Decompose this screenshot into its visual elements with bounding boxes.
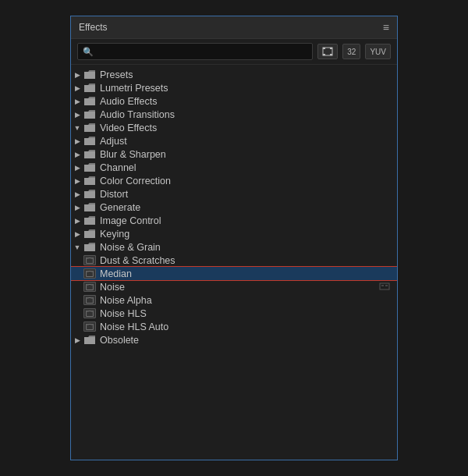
folder-icon-keying [83, 229, 96, 239]
svg-rect-7 [90, 258, 93, 258]
sidebar-item-generate[interactable]: ▶ Generate [71, 201, 397, 214]
chevron-channel: ▶ [71, 164, 83, 172]
blur-sharpen-label: Blur & Sharpen [100, 149, 166, 160]
sidebar-item-channel[interactable]: ▶ Channel [71, 161, 397, 174]
folder-icon-adjust [83, 136, 96, 146]
keying-label: Keying [100, 229, 129, 240]
search-box[interactable]: 🔍 [77, 43, 313, 60]
svg-rect-25 [90, 324, 93, 325]
median-label: Median [100, 268, 132, 279]
chevron-audio-effects: ▶ [71, 98, 83, 105]
svg-rect-3 [323, 54, 325, 55]
noise-alpha-label: Noise Alpha [100, 295, 152, 306]
audio-transitions-label: Audio Transitions [100, 109, 175, 120]
sidebar-item-color-correction[interactable]: ▶ Color Correction [71, 174, 397, 187]
obsolete-label: Obsolete [100, 335, 139, 346]
list-item-noise[interactable]: ▶ Noise [71, 280, 397, 293]
image-control-label: Image Control [100, 215, 161, 226]
distort-label: Distort [100, 189, 128, 200]
panel-title: Effects [79, 22, 107, 33]
chevron-noise-grain: ▼ [71, 243, 83, 251]
svg-rect-21 [87, 311, 89, 311]
folder-icon-generate [83, 202, 96, 212]
chevron-keying: ▶ [71, 230, 83, 238]
list-item-noise-hls[interactable]: ▶ Noise HLS [71, 307, 397, 320]
chevron-blur-sharpen: ▶ [71, 151, 83, 158]
sidebar-item-audio-effects[interactable]: ▶ Audio Effects [71, 94, 397, 108]
color-correction-label: Color Correction [100, 176, 171, 186]
svg-rect-14 [380, 283, 389, 290]
search-input[interactable] [97, 46, 307, 57]
noise-hls-label: Noise HLS [100, 308, 147, 319]
sidebar-item-image-control[interactable]: ▶ Image Control [71, 214, 397, 227]
list-item-noise-hls-auto[interactable]: ▶ Noise HLS Auto [71, 320, 397, 333]
chevron-presets: ▶ [71, 71, 83, 79]
noise-grain-label: Noise & Grain [100, 242, 161, 253]
video-effects-label: Video Effects [100, 123, 157, 133]
dust-scratches-label: Dust & Scratches [100, 255, 176, 266]
chevron-distort: ▶ [71, 190, 83, 198]
panel-header: Effects ≡ [71, 16, 397, 39]
panel-menu-icon[interactable]: ≡ [383, 21, 389, 34]
folder-icon-noise-grain [83, 242, 96, 252]
search-icon: 🔍 [83, 47, 94, 57]
folder-icon-color-correction [83, 176, 96, 186]
svg-rect-12 [87, 284, 89, 285]
svg-rect-6 [87, 258, 89, 258]
folder-icon-channel [83, 162, 96, 172]
32bit-button[interactable]: 32 [342, 44, 360, 59]
effects-panel: Effects ≡ 🔍 32 YUV ▶ Presets [70, 16, 398, 460]
svg-rect-24 [87, 324, 89, 325]
sidebar-item-keying[interactable]: ▶ Keying [71, 227, 397, 240]
chevron-lumetri: ▶ [71, 84, 83, 92]
audio-effects-label: Audio Effects [100, 96, 157, 107]
chevron-image-control: ▶ [71, 217, 83, 225]
sidebar-item-audio-transitions[interactable]: ▶ Audio Transitions [71, 108, 397, 121]
list-item-median[interactable]: ▶ Median [71, 267, 397, 280]
effect-icon-noise-hls [83, 308, 96, 318]
svg-rect-10 [90, 271, 93, 272]
yuv-button[interactable]: YUV [365, 44, 391, 59]
folder-icon-blur-sharpen [83, 149, 96, 159]
sidebar-item-noise-grain[interactable]: ▼ Noise & Grain [71, 240, 397, 254]
folder-icon-distort [83, 189, 96, 199]
sidebar-item-obsolete[interactable]: ▶ Obsolete [71, 333, 397, 346]
noise-hls-auto-label: Noise HLS Auto [100, 321, 168, 332]
sidebar-item-lumetri-presets[interactable]: ▶ Lumetri Presets [71, 81, 397, 94]
sidebar-item-adjust[interactable]: ▶ Adjust [71, 134, 397, 147]
effect-icon-noise [83, 282, 96, 292]
chevron-audio-transitions: ▶ [71, 111, 83, 119]
sidebar-item-presets[interactable]: ▶ Presets [71, 68, 397, 81]
folder-icon-obsolete [83, 335, 96, 345]
generate-label: Generate [100, 202, 140, 213]
adjust-label: Adjust [100, 136, 127, 147]
sidebar-item-distort[interactable]: ▶ Distort [71, 187, 397, 201]
chevron-adjust: ▶ [71, 137, 83, 145]
folder-icon-image-control [83, 215, 96, 226]
svg-rect-9 [87, 271, 89, 272]
folder-icon-video-effects [83, 123, 96, 133]
list-item-dust-scratches[interactable]: ▶ Dust & Scratches [71, 254, 397, 267]
svg-rect-15 [381, 285, 384, 286]
svg-rect-4 [330, 54, 332, 55]
sidebar-item-blur-sharpen[interactable]: ▶ Blur & Sharpen [71, 147, 397, 161]
sidebar-item-video-effects[interactable]: ▼ Video Effects [71, 121, 397, 134]
channel-label: Channel [100, 162, 136, 173]
svg-rect-18 [87, 297, 89, 298]
effects-tree: ▶ Presets ▶ Lumetri Presets ▶ Audio Effe… [71, 65, 397, 460]
svg-rect-16 [385, 285, 388, 286]
list-item-noise-alpha[interactable]: ▶ Noise Alpha [71, 293, 397, 307]
presets-label: Presets [100, 69, 133, 80]
noise-label: Noise [100, 282, 125, 293]
effect-icon-noise-alpha [83, 295, 96, 305]
svg-rect-1 [323, 48, 325, 49]
lumetri-presets-label: Lumetri Presets [100, 83, 168, 94]
chevron-obsolete: ▶ [71, 336, 83, 344]
chevron-generate: ▶ [71, 204, 83, 211]
effect-icon-noise-hls-auto [83, 321, 96, 332]
clips-filter-button[interactable] [317, 44, 338, 59]
clips-icon [322, 47, 333, 56]
svg-rect-13 [90, 284, 93, 285]
drag-icon-noise [378, 282, 391, 293]
folder-icon-presets [83, 69, 96, 80]
